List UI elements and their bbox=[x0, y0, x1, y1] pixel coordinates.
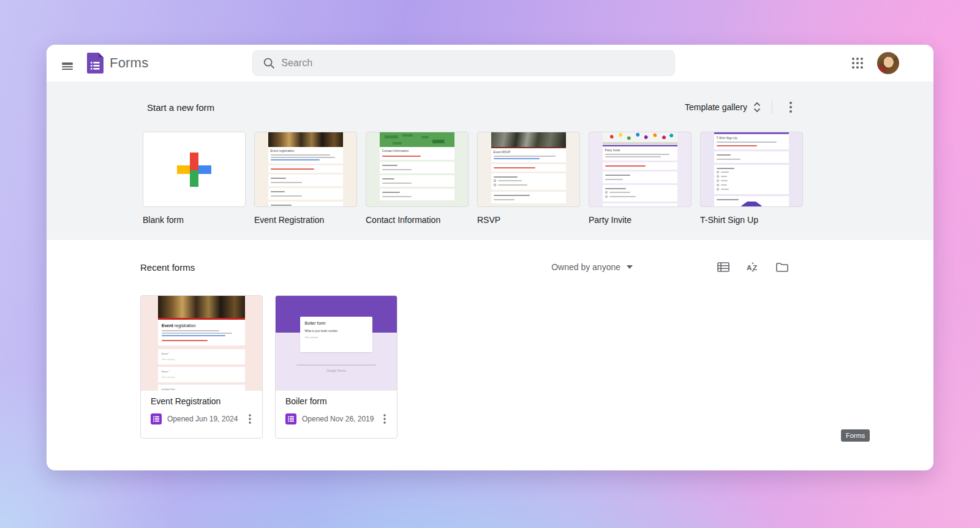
templates-section-title: Start a new form bbox=[147, 102, 214, 113]
mini-form-title: Contact Information bbox=[382, 149, 453, 153]
template-card-rsvp: Event RSVP RSVP bbox=[477, 132, 580, 225]
template-card-tshirt-signup: T-Shirt Sign Up bbox=[700, 132, 803, 225]
templates-section: Start a new form Template gallery bbox=[47, 81, 933, 240]
mini-form-title: Event RSVP bbox=[494, 150, 564, 154]
mini-header-photo bbox=[268, 132, 344, 147]
recent-card-boiler-form: Boiler form What is your boiler number Y… bbox=[275, 295, 398, 439]
opened-date: Opened Nov 26, 2019 bbox=[302, 415, 376, 423]
forms-logo-icon[interactable] bbox=[87, 53, 104, 74]
mini-form: Event RSVP bbox=[491, 132, 567, 206]
boiler-form-thumbnail[interactable]: Boiler form What is your boiler number Y… bbox=[276, 296, 397, 391]
apps-grid-icon bbox=[852, 58, 863, 69]
list-view-button[interactable] bbox=[711, 255, 736, 279]
main-menu-button[interactable] bbox=[55, 51, 80, 75]
mini-header-photo bbox=[491, 132, 567, 147]
mini-header-photo bbox=[603, 132, 678, 145]
forms-tooltip: Forms bbox=[841, 429, 870, 442]
mini-form-title: T-Shirt Sign Up bbox=[717, 136, 787, 140]
topbar-right-group bbox=[845, 51, 899, 75]
mini-fine-print bbox=[296, 364, 377, 366]
rsvp-thumbnail[interactable]: Event RSVP bbox=[477, 132, 580, 207]
hamburger-menu-icon bbox=[62, 62, 73, 64]
card-footer: Boiler form Opened Nov 26, 2019 bbox=[276, 391, 397, 432]
apps-grid-button[interactable] bbox=[845, 51, 870, 75]
opened-date: Opened Jun 19, 2024 bbox=[167, 415, 241, 423]
mini-field-label: Name * bbox=[162, 370, 242, 374]
kebab-menu-icon bbox=[790, 102, 792, 113]
unfold-icon bbox=[753, 102, 761, 113]
plus-icon bbox=[177, 153, 211, 187]
mini-form: Boiler form What is your boiler number Y… bbox=[300, 317, 373, 352]
sort-az-icon: A Z bbox=[746, 262, 760, 273]
template-label: Party Invite bbox=[589, 215, 692, 225]
sort-button[interactable]: A Z bbox=[741, 255, 765, 279]
svg-text:A: A bbox=[747, 263, 752, 271]
mini-form: Contact Information bbox=[380, 132, 455, 206]
card-overflow-button[interactable] bbox=[376, 410, 393, 428]
open-file-picker-button[interactable] bbox=[770, 255, 794, 279]
recent-card-event-registration: Event registration Email * Your answer N… bbox=[140, 295, 263, 439]
app-title: Forms bbox=[110, 55, 148, 71]
mini-form-title: Event registration bbox=[162, 323, 242, 329]
mini-form: Event registration bbox=[268, 132, 344, 206]
form-file-icon bbox=[285, 413, 296, 424]
mini-form-title: Event registration bbox=[271, 149, 341, 153]
template-card-party-invite: Party Invite Party Invite bbox=[589, 132, 692, 225]
recent-forms-row: Event registration Email * Your answer N… bbox=[140, 295, 933, 439]
contact-information-thumbnail[interactable]: Contact Information bbox=[366, 132, 469, 207]
form-title: Event Registration bbox=[151, 396, 258, 406]
owned-by-filter[interactable]: Owned by anyone bbox=[545, 258, 639, 276]
template-gallery-label: Template gallery bbox=[685, 102, 747, 112]
template-card-contact-information: Contact Information Contact Information bbox=[366, 132, 469, 225]
avatar[interactable] bbox=[877, 52, 899, 74]
template-label: Event Registration bbox=[254, 215, 357, 225]
event-registration-thumbnail[interactable]: Event registration bbox=[254, 132, 357, 207]
event-registration-form-thumbnail[interactable]: Event registration Email * Your answer N… bbox=[141, 296, 262, 391]
party-invite-thumbnail[interactable]: Party Invite bbox=[589, 132, 692, 207]
google-forms-window: Forms Start a new form bbox=[47, 45, 933, 470]
search-icon[interactable] bbox=[257, 51, 281, 75]
top-app-bar: Forms bbox=[47, 45, 933, 81]
template-label: T-Shirt Sign Up bbox=[700, 215, 803, 225]
template-row: Blank form Event registration bbox=[143, 132, 933, 225]
form-file-icon bbox=[151, 413, 162, 424]
mini-form: Party Invite bbox=[603, 132, 678, 206]
form-title: Boiler form bbox=[285, 396, 393, 406]
search-bar[interactable] bbox=[252, 50, 675, 76]
svg-text:Z: Z bbox=[753, 263, 757, 271]
mini-header-photo bbox=[158, 296, 246, 318]
mini-form: T-Shirt Sign Up bbox=[714, 132, 790, 206]
folder-icon bbox=[776, 262, 788, 272]
tshirt-preview-graphic bbox=[741, 202, 762, 207]
mini-question: What is your boiler number bbox=[305, 330, 368, 333]
mini-form-title: Party Invite bbox=[605, 148, 676, 153]
kebab-menu-icon bbox=[383, 414, 386, 424]
template-label: RSVP bbox=[477, 215, 580, 225]
dropdown-caret-icon bbox=[627, 265, 633, 269]
template-gallery-button[interactable]: Template gallery bbox=[680, 98, 766, 116]
mini-field-label: Email * bbox=[162, 352, 242, 356]
list-view-icon bbox=[717, 262, 729, 272]
mini-brand: Google Forms bbox=[276, 369, 397, 372]
mini-form: Event registration Email * Your answer N… bbox=[158, 296, 246, 390]
recent-forms-title: Recent forms bbox=[140, 262, 195, 273]
card-overflow-button[interactable] bbox=[241, 410, 258, 428]
template-label: Blank form bbox=[143, 215, 246, 225]
tshirt-signup-thumbnail[interactable]: T-Shirt Sign Up bbox=[700, 132, 803, 207]
recent-forms-section: Recent forms Owned by anyone A bbox=[47, 240, 933, 439]
mini-header-art bbox=[380, 132, 455, 147]
mini-field-label: Untitled Title bbox=[162, 388, 242, 391]
mini-form-title: Boiler form bbox=[305, 321, 368, 325]
kebab-menu-icon bbox=[249, 414, 251, 424]
card-footer: Event Registration Opened Jun 19, 2024 bbox=[141, 391, 262, 432]
template-card-event-registration: Event registration Event Registration bbox=[254, 132, 357, 225]
template-label: Contact Information bbox=[366, 215, 469, 225]
template-card-blank: Blank form bbox=[143, 132, 246, 225]
templates-overflow-button[interactable] bbox=[778, 95, 803, 119]
blank-form-thumbnail[interactable] bbox=[143, 132, 246, 207]
divider bbox=[772, 100, 772, 114]
search-input[interactable] bbox=[281, 58, 671, 69]
mini-answer-placeholder: Your answer bbox=[305, 336, 368, 339]
owned-by-label: Owned by anyone bbox=[551, 262, 620, 272]
